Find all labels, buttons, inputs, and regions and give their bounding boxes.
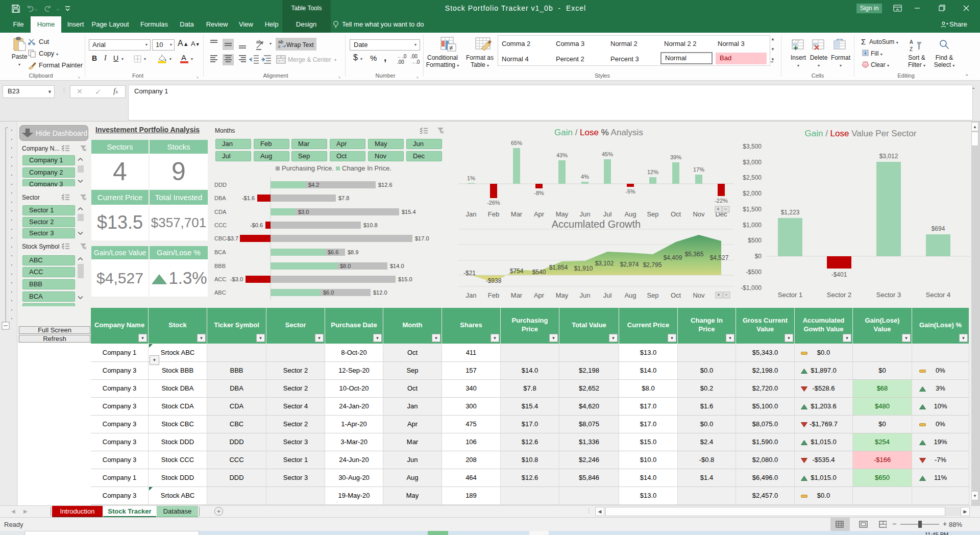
svg-text:$2,974: $2,974 — [620, 261, 639, 268]
svg-text:Accumlated Growth: Accumlated Growth — [552, 220, 641, 230]
svg-text:4%: 4% — [581, 174, 589, 180]
svg-text:-26%: -26% — [487, 200, 500, 206]
svg-text:Z: Z — [910, 46, 913, 52]
svg-text:-$0.6: -$0.6 — [250, 222, 263, 228]
svg-text:May: May — [556, 210, 569, 218]
svg-text:+: + — [717, 292, 720, 298]
svg-text:CCC: CCC — [214, 222, 227, 228]
svg-text:$6.0: $6.0 — [323, 289, 334, 296]
svg-text:Apr: Apr — [534, 210, 545, 218]
svg-text:$3,000: $3,000 — [743, 159, 762, 166]
svg-text:43%: 43% — [556, 152, 568, 158]
svg-text:Jan: Jan — [466, 291, 477, 299]
svg-text:45%: 45% — [602, 151, 613, 157]
svg-text:17%: 17% — [693, 166, 704, 173]
svg-text:≠: ≠ — [449, 44, 453, 52]
svg-text:$5,365: $5,365 — [685, 251, 704, 258]
svg-text:$1,000: $1,000 — [743, 222, 762, 229]
svg-text:-$21: -$21 — [463, 270, 476, 277]
svg-text:Jun: Jun — [580, 291, 591, 299]
svg-text:-8%: -8% — [534, 190, 544, 196]
svg-text:Sector 2: Sector 2 — [827, 291, 851, 299]
svg-text:Oct: Oct — [671, 210, 681, 218]
svg-text:$4,527: $4,527 — [710, 254, 729, 261]
svg-text:$694: $694 — [932, 225, 945, 232]
svg-text:$1,910: $1,910 — [574, 265, 593, 272]
svg-text:1%: 1% — [467, 175, 475, 181]
svg-text:Gain / Lose Value Per Sector: Gain / Lose Value Per Sector — [805, 129, 917, 138]
svg-text:$754: $754 — [510, 268, 524, 275]
svg-text:−: − — [724, 206, 727, 212]
svg-text:$3.0: $3.0 — [298, 209, 309, 215]
svg-text:Sector 4: Sector 4 — [926, 291, 950, 299]
svg-text:-$938: -$938 — [486, 277, 502, 284]
svg-text:+: + — [717, 206, 720, 212]
svg-text:$540: $540 — [532, 269, 546, 276]
svg-text:c: c — [278, 44, 281, 49]
svg-text:$2,500: $2,500 — [743, 174, 762, 181]
svg-text:Sector 1: Sector 1 — [778, 291, 802, 299]
svg-text:CDA: CDA — [214, 209, 227, 215]
svg-text:BBB: BBB — [214, 263, 226, 269]
svg-text:-$1.6: -$1.6 — [242, 195, 255, 201]
svg-text:Change In Price.: Change In Price. — [342, 164, 391, 172]
svg-text:$10.8: $10.8 — [363, 222, 378, 228]
svg-text:ACC: ACC — [214, 276, 226, 282]
svg-text:$3,012: $3,012 — [879, 153, 898, 160]
svg-text:Mar: Mar — [511, 210, 523, 218]
svg-text:$14.0: $14.0 — [390, 263, 404, 269]
svg-text:$1,854: $1,854 — [549, 264, 568, 271]
svg-text:DBA: DBA — [214, 195, 226, 201]
svg-text:Oct: Oct — [671, 291, 681, 299]
svg-text:$7.8: $7.8 — [338, 195, 349, 201]
svg-text:DDD: DDD — [214, 182, 227, 188]
svg-text:$6.6: $6.6 — [328, 249, 338, 255]
svg-text:A: A — [910, 39, 913, 45]
svg-text:$0: $0 — [755, 253, 762, 260]
svg-text:$1,500: $1,500 — [743, 206, 762, 213]
svg-text:May: May — [556, 291, 569, 299]
svg-text:$15.4: $15.4 — [402, 209, 416, 215]
svg-text:-$401: -$401 — [831, 271, 847, 278]
svg-text:Sep: Sep — [647, 210, 658, 218]
svg-text:Sep: Sep — [647, 291, 658, 299]
svg-text:$8.0: $8.0 — [340, 263, 351, 269]
svg-text:Feb: Feb — [488, 210, 499, 218]
svg-text:CBC: CBC — [214, 235, 226, 241]
svg-text:-$3.7: -$3.7 — [226, 235, 238, 241]
svg-text:Sector 3: Sector 3 — [876, 291, 901, 299]
svg-text:$2,000: $2,000 — [743, 190, 762, 197]
svg-text:$17.0: $17.0 — [415, 235, 429, 241]
svg-text:-$3.0: -$3.0 — [230, 276, 243, 282]
svg-text:$4,409: $4,409 — [664, 254, 682, 261]
svg-text:Jun: Jun — [580, 210, 591, 218]
svg-text:$3,500: $3,500 — [743, 143, 762, 150]
svg-text:Apr: Apr — [534, 291, 545, 299]
svg-text:Purchasing Price.: Purchasing Price. — [282, 164, 334, 172]
svg-text:$500: $500 — [748, 237, 762, 244]
svg-text:39%: 39% — [670, 154, 681, 160]
svg-text:-5%: -5% — [625, 188, 635, 194]
svg-text:$8.9: $8.9 — [348, 249, 358, 255]
svg-text:$1,223: $1,223 — [781, 209, 800, 216]
svg-text:Aug: Aug — [624, 210, 636, 218]
svg-text:Feb: Feb — [488, 291, 499, 299]
svg-text:$15.0: $15.0 — [398, 276, 412, 282]
svg-text:$12.0: $12.0 — [373, 289, 387, 296]
svg-text:Nov: Nov — [693, 291, 705, 299]
svg-text:-22%: -22% — [715, 198, 728, 204]
svg-text:ab: ab — [256, 39, 261, 44]
svg-text:$3,102: $3,102 — [595, 260, 614, 267]
svg-text:65%: 65% — [511, 140, 522, 146]
svg-text:Aug: Aug — [624, 291, 636, 299]
svg-text:Gain / Lose % Analysis: Gain / Lose % Analysis — [554, 128, 643, 137]
svg-text:$12.6: $12.6 — [378, 182, 393, 188]
svg-text:$2,795: $2,795 — [643, 261, 662, 269]
svg-text:-$1,000: -$1,000 — [741, 284, 762, 291]
svg-text:BCA: BCA — [214, 249, 226, 255]
svg-text:Jul: Jul — [603, 291, 612, 299]
svg-text:$4.2: $4.2 — [308, 182, 319, 188]
svg-text:Jul: Jul — [603, 210, 612, 218]
svg-text:12%: 12% — [647, 169, 658, 175]
svg-text:ABC: ABC — [214, 289, 226, 296]
